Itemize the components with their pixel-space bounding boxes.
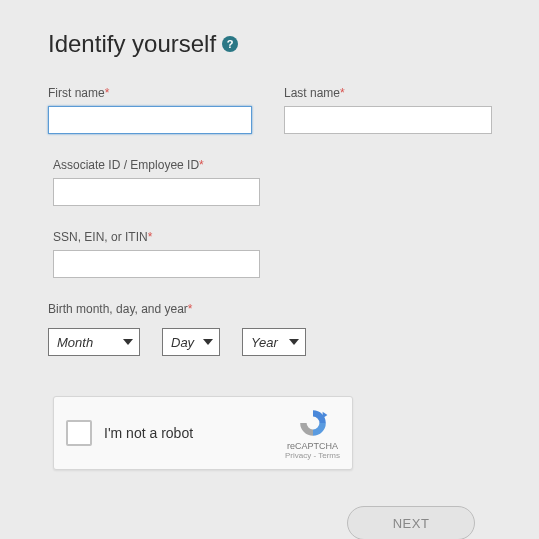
page-title: Identify yourself [48, 30, 216, 58]
first-name-label: First name* [48, 86, 252, 100]
associate-id-label: Associate ID / Employee ID* [53, 158, 491, 172]
chevron-down-icon [289, 339, 299, 345]
birth-month-select[interactable]: Month [48, 328, 140, 356]
last-name-input[interactable] [284, 106, 492, 134]
birth-label: Birth month, day, and year* [48, 302, 491, 316]
recaptcha-icon [297, 407, 329, 439]
recaptcha-widget: I'm not a robot reCAPTCHA Privacy - Term… [53, 396, 353, 470]
chevron-down-icon [203, 339, 213, 345]
help-icon[interactable]: ? [222, 36, 238, 52]
chevron-down-icon [123, 339, 133, 345]
birth-day-select[interactable]: Day [162, 328, 220, 356]
recaptcha-text: I'm not a robot [104, 425, 285, 441]
birth-year-select[interactable]: Year [242, 328, 306, 356]
next-button[interactable]: NEXT [347, 506, 475, 539]
associate-id-input[interactable] [53, 178, 260, 206]
svg-marker-0 [322, 411, 327, 417]
recaptcha-badge: reCAPTCHA Privacy - Terms [285, 407, 340, 460]
ssn-input[interactable] [53, 250, 260, 278]
first-name-input[interactable] [48, 106, 252, 134]
last-name-label: Last name* [284, 86, 492, 100]
ssn-label: SSN, EIN, or ITIN* [53, 230, 491, 244]
recaptcha-checkbox[interactable] [66, 420, 92, 446]
